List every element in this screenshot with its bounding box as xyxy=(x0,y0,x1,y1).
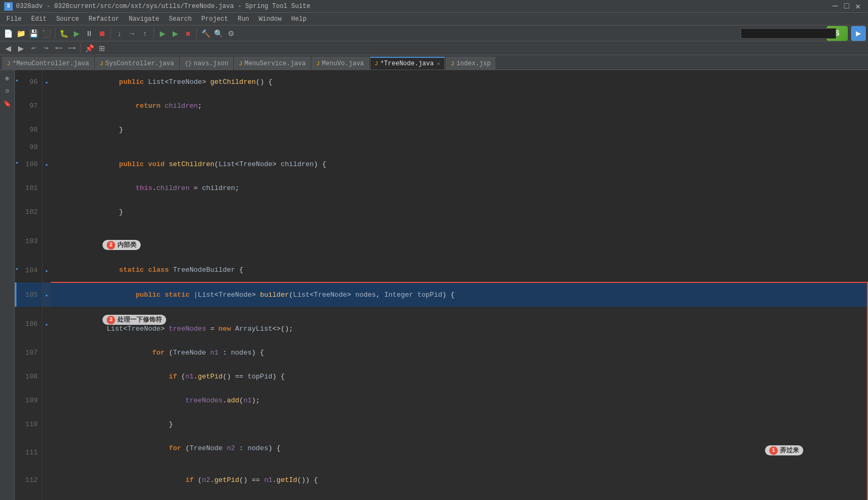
menu-help[interactable]: Help xyxy=(287,14,311,24)
toolbar-new[interactable]: 📄 xyxy=(2,28,14,39)
menu-search[interactable]: Search xyxy=(165,14,196,24)
toolbar-build[interactable]: 🔨 xyxy=(200,28,211,39)
toolbar-run-green[interactable]: ▶ xyxy=(157,28,168,39)
sidebar-icon-1[interactable]: ◉ xyxy=(2,72,13,84)
annotation-text-1: 弄过来 xyxy=(780,446,799,455)
line-content[interactable]: } xyxy=(51,200,868,224)
line-marker: ● xyxy=(42,307,51,341)
line-content[interactable]: if (n1.getPid() == topPid) { xyxy=(51,365,868,389)
line-marker xyxy=(42,492,51,500)
annotation-bubble-1[interactable]: 1 弄过来 xyxy=(765,445,803,455)
toolbar-fwd[interactable]: ▶ xyxy=(15,42,27,54)
tab-menu-vo[interactable]: J MenuVo.java xyxy=(312,57,369,70)
line-content[interactable]: public List<TreeNode> getChildren() { xyxy=(51,70,868,94)
quick-access-input[interactable] xyxy=(741,28,836,39)
annotation-number-2: 2 xyxy=(107,241,115,249)
line-content[interactable]: treeNodes.add(n1); xyxy=(51,389,868,412)
line-content[interactable]: public void setChildren(List<TreeNode> c… xyxy=(51,152,868,176)
window-title: 0328adv - 0328current/src/com/sxt/sys/ut… xyxy=(16,3,311,10)
code-editor[interactable]: 96 ● public List<TreeNode> getChildren()… xyxy=(15,70,868,500)
tab-label-ij: index.jsp xyxy=(457,60,491,67)
tab-label-ms: MenuService.java xyxy=(245,60,306,67)
line-content[interactable]: 3 处理一下修饰符 List<TreeNode> treeNodes = new… xyxy=(51,307,868,341)
menu-file[interactable]: File xyxy=(2,14,26,24)
minimize-btn[interactable]: ─ xyxy=(832,2,838,11)
line-number: 101 xyxy=(16,176,42,200)
tab-sys-controller[interactable]: J SysController.java xyxy=(95,57,179,70)
line-marker xyxy=(42,412,51,436)
toolbar-save[interactable]: 💾 xyxy=(28,28,39,39)
tab-tree-node[interactable]: J *TreeNode.java ✕ xyxy=(370,57,445,70)
line-content[interactable]: } xyxy=(51,118,868,142)
toolbar-pause[interactable]: ⏸ xyxy=(83,28,95,39)
toolbar-step-into[interactable]: ↓ xyxy=(114,28,125,39)
line-content[interactable]: if (n2.getPid() == n1.getId()) { xyxy=(51,468,868,492)
menu-window[interactable]: Window xyxy=(254,14,286,24)
toolbar-save-all[interactable]: ⬛ xyxy=(40,28,52,39)
table-row: 98 } xyxy=(16,118,868,142)
tab-index-jsp[interactable]: J index.jsp xyxy=(446,57,495,70)
toolbar-stop[interactable]: ⏹ xyxy=(96,28,108,39)
toolbar-run2[interactable]: ▶ xyxy=(169,28,181,39)
menu-bar: File Edit Source Refactor Navigate Searc… xyxy=(0,13,868,25)
sidebar-icon-2[interactable]: ⚙ xyxy=(2,85,13,97)
menu-refactor[interactable]: Refactor xyxy=(84,14,124,24)
line-number: 103 xyxy=(16,224,42,258)
tab-menu-service[interactable]: J MenuService.java xyxy=(234,57,311,70)
toolbar-pin[interactable]: 📌 xyxy=(83,42,95,54)
toolbar-step-over[interactable]: → xyxy=(126,28,138,39)
menu-source[interactable]: Source xyxy=(52,14,83,24)
toolbar-back[interactable]: ◀ xyxy=(2,42,14,54)
tab-menu-controller[interactable]: J *MenuController.java xyxy=(2,57,94,70)
table-row: 100 ● public void setChildren(List<TreeN… xyxy=(16,152,868,176)
toolbar-run[interactable]: ▶ xyxy=(71,28,82,39)
toolbar-step-return[interactable]: ↑ xyxy=(139,28,151,39)
toolbar-perspective[interactable]: ⊞ xyxy=(96,42,108,54)
line-content[interactable]: public static |List<TreeNode> builder(Li… xyxy=(51,282,868,307)
annotation-bubble-2[interactable]: 2 内部类 xyxy=(102,240,141,250)
tab-label-mv: MenuVo.java xyxy=(322,60,364,67)
toolbar-settings[interactable]: ⚙ xyxy=(225,28,237,39)
menu-edit[interactable]: Edit xyxy=(27,14,51,24)
line-content[interactable]: 2 内部类 xyxy=(51,224,868,258)
table-row: 104 ● static class TreeNodeBuilder { xyxy=(16,258,868,282)
toolbar-separator-4 xyxy=(196,28,197,39)
toolbar-debug[interactable]: 🐛 xyxy=(58,28,70,39)
annotation-bubble-3[interactable]: 3 处理一下修饰符 xyxy=(102,315,166,325)
line-number: 105 xyxy=(16,282,42,307)
toolbar-stop2[interactable]: ■ xyxy=(182,28,194,39)
toolbar-open[interactable]: 📁 xyxy=(15,28,27,39)
line-content[interactable]: for (TreeNode n2 : nodes) { 1 弄过来 xyxy=(51,436,868,468)
line-marker xyxy=(42,142,51,152)
line-marker xyxy=(42,436,51,468)
table-row: 106 ● 3 处理一下修饰符 List<TreeNode> treeNodes… xyxy=(16,307,868,341)
toolbar-row1: 📄 📁 💾 ⬛ 🐛 ▶ ⏸ ⏹ ↓ → ↑ ▶ ▶ ■ 🔨 🔍 ⚙ Quick … xyxy=(0,25,868,41)
line-marker xyxy=(42,176,51,200)
table-row: 111 for (TreeNode n2 : nodes) { 1 弄过来 xyxy=(16,436,868,468)
toolbar-nav-fwd[interactable]: ↪ xyxy=(40,42,52,54)
tab-navs-json[interactable]: {} navs.json xyxy=(180,57,233,70)
menu-run[interactable]: Run xyxy=(234,14,254,24)
toolbar-nav-back[interactable]: ↩ xyxy=(28,42,39,54)
table-row: 96 ● public List<TreeNode> getChildren()… xyxy=(16,70,868,94)
line-content[interactable]: this.children = children; xyxy=(51,176,868,200)
menu-project[interactable]: Project xyxy=(197,14,232,24)
toolbar-prev-edit[interactable]: ⟵ xyxy=(53,42,65,54)
line-content[interactable]: } xyxy=(51,412,868,436)
maximize-btn[interactable]: □ xyxy=(844,2,849,11)
line-content[interactable]: static class TreeNodeBuilder { xyxy=(51,258,868,282)
toolbar-search2[interactable]: 🔍 xyxy=(212,28,224,39)
sidebar-icon-3[interactable]: 🔖 xyxy=(2,98,13,109)
menu-navigate[interactable]: Navigate xyxy=(124,14,164,24)
tab-close-tn[interactable]: ✕ xyxy=(437,61,440,67)
table-row: 110 } xyxy=(16,412,868,436)
line-content[interactable] xyxy=(51,142,868,152)
toolbar-next-edit[interactable]: ⟶ xyxy=(66,42,78,54)
app-icon: S xyxy=(4,2,13,11)
close-btn[interactable]: ✕ xyxy=(855,1,861,12)
line-content[interactable]: return children; xyxy=(51,94,868,118)
line-number: 112 xyxy=(16,468,42,492)
line-content[interactable]: n1.getChildren().add(n2); xyxy=(51,492,868,500)
line-number: 98 xyxy=(16,118,42,142)
line-content[interactable]: for (TreeNode n1 : nodes) { xyxy=(51,341,868,365)
